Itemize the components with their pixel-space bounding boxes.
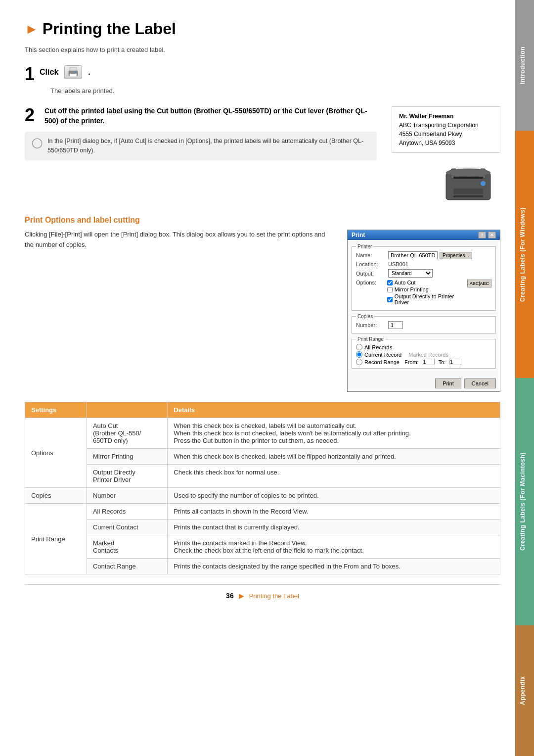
printer-name-input[interactable] bbox=[388, 251, 438, 259]
label-city: Anytown, USA 95093 bbox=[399, 139, 493, 147]
auto-cut-label: Auto Cut bbox=[395, 280, 416, 285]
svg-rect-2 bbox=[70, 74, 77, 77]
page-footer: 36 ▶ Printing the Label bbox=[25, 584, 500, 605]
label-preview: Mr. Walter Freeman ABC Transporting Corp… bbox=[392, 106, 500, 153]
col-settings-sub-header bbox=[87, 402, 167, 418]
current-contact-setting: Current Contact bbox=[87, 520, 167, 535]
record-range-row: Record Range From: To: bbox=[356, 359, 491, 365]
dialog-title: Print bbox=[352, 232, 365, 238]
to-input[interactable] bbox=[449, 359, 461, 365]
print-options-row: Clicking [File]-[Print] will open the [P… bbox=[25, 230, 500, 392]
dialog-footer: Print Cancel bbox=[348, 376, 500, 391]
sidebar-tab-appendix-label: Appendix bbox=[519, 676, 526, 706]
step-2-number: 2 bbox=[25, 106, 35, 124]
page-title-section: ► Printing the Label bbox=[25, 20, 500, 38]
output-direct-checkbox[interactable] bbox=[387, 297, 393, 302]
options-row: Options: Auto Cut Mirror Printing bbox=[356, 280, 491, 306]
copies-number-label: Number: bbox=[356, 322, 388, 328]
all-records-radio[interactable] bbox=[356, 344, 362, 350]
marked-contacts-detail: Prints the contacts marked in the Record… bbox=[168, 535, 500, 559]
sidebar-tab-creating-mac[interactable]: Creating Labels (For Macintosh) bbox=[515, 378, 534, 625]
number-detail: Used to specify the number of copies to … bbox=[168, 488, 500, 504]
svg-point-12 bbox=[446, 169, 490, 177]
location-value: USB001 bbox=[388, 261, 408, 267]
table-row: Copies Number Used to specify the number… bbox=[25, 488, 500, 504]
svg-rect-1 bbox=[70, 67, 77, 71]
mirror-detail: When this check box is checked, labels w… bbox=[168, 449, 500, 465]
note-icon: ◯ bbox=[32, 137, 43, 148]
table-row: Output DirectlyPrinter Driver Check this… bbox=[25, 465, 500, 488]
sidebar-tab-creating-windows-label: Creating Labels (For Windows) bbox=[519, 207, 526, 301]
output-direct-row: Output Directly to Printer Driver bbox=[387, 293, 467, 305]
current-record-radio[interactable] bbox=[356, 351, 362, 358]
sidebar-tab-creating-windows[interactable]: Creating Labels (For Windows) bbox=[515, 131, 534, 378]
svg-rect-11 bbox=[453, 195, 483, 197]
sidebar-tab-appendix[interactable]: Appendix bbox=[515, 625, 534, 756]
section-arrow-icon: ► bbox=[25, 21, 39, 37]
current-record-label: Current Record bbox=[364, 352, 401, 358]
dialog-body: Printer Name: Properties... Location: US… bbox=[348, 240, 500, 376]
print-options-description: Clicking [File]-[Print] will open the [P… bbox=[25, 230, 332, 392]
to-label: To: bbox=[439, 359, 446, 365]
step-1-result: The labels are printed. bbox=[50, 87, 500, 94]
all-records-detail: Prints all contacts in shown in the Reco… bbox=[168, 504, 500, 520]
copies-number-row: Number: bbox=[356, 321, 491, 329]
auto-cut-checkbox[interactable] bbox=[387, 280, 393, 285]
auto-cut-setting: Auto Cut(Brother QL-550/650TD only) bbox=[87, 418, 167, 449]
footer-arrow-icon: ▶ bbox=[239, 592, 244, 600]
print-dialog-mock: Print ? ✕ Printer Name: Properties... bbox=[347, 230, 500, 392]
table-row: Print Range All Records Prints all conta… bbox=[25, 504, 500, 520]
all-records-row: All Records bbox=[356, 344, 491, 350]
record-range-label: Record Range bbox=[364, 359, 400, 365]
number-setting: Number bbox=[87, 488, 167, 504]
mirror-checkbox[interactable] bbox=[387, 287, 393, 292]
contact-range-setting: Contact Range bbox=[87, 559, 167, 574]
from-input[interactable] bbox=[423, 359, 435, 365]
copies-category: Copies bbox=[25, 488, 87, 504]
all-records-label: All Records bbox=[364, 344, 392, 350]
current-contact-detail: Prints the contact that is currently dis… bbox=[168, 520, 500, 535]
sidebar-tab-creating-mac-label: Creating Labels (For Macintosh) bbox=[519, 453, 526, 551]
mirror-setting: Mirror Printing bbox=[87, 449, 167, 465]
dialog-close-btn[interactable]: ✕ bbox=[488, 232, 496, 238]
label-address: 4555 Cumberland Pkwy bbox=[399, 130, 493, 139]
options-category: Options bbox=[25, 418, 87, 488]
copies-section-legend: Copies bbox=[356, 314, 374, 319]
location-label: Location: bbox=[356, 261, 388, 267]
print-range-legend: Print Range bbox=[356, 336, 385, 342]
dialog-help-btn[interactable]: ? bbox=[478, 232, 486, 238]
right-sidebar: Introduction Creating Labels (For Window… bbox=[515, 0, 534, 756]
abc-button[interactable]: ABC|ABC bbox=[467, 280, 491, 287]
output-select[interactable]: Standard bbox=[388, 269, 433, 278]
print-button-icon[interactable] bbox=[64, 65, 82, 79]
sidebar-tab-introduction-label: Introduction bbox=[519, 47, 526, 84]
output-direct-label: Output Directly to Printer Driver bbox=[395, 293, 467, 305]
auto-cut-row: Auto Cut bbox=[387, 280, 467, 285]
sidebar-tab-introduction[interactable]: Introduction bbox=[515, 0, 534, 131]
page-subtitle: This section explains how to print a cre… bbox=[25, 46, 500, 53]
options-checkboxes: Auto Cut Mirror Printing Output Directly… bbox=[387, 280, 467, 306]
properties-button[interactable]: Properties... bbox=[440, 252, 472, 259]
marked-contacts-setting: MarkedContacts bbox=[87, 535, 167, 559]
table-row: Current Contact Prints the contact that … bbox=[25, 520, 500, 535]
svg-rect-10 bbox=[453, 189, 483, 194]
settings-table: Settings Details Options Auto Cut(Brothe… bbox=[25, 402, 500, 574]
printer-location-row: Location: USB001 bbox=[356, 261, 491, 267]
label-name: Mr. Walter Freeman bbox=[399, 112, 493, 121]
from-label: From: bbox=[404, 359, 419, 365]
print-range-category: Print Range bbox=[25, 504, 87, 574]
page-title: Printing the Label bbox=[43, 20, 176, 38]
dialog-close-buttons: ? ✕ bbox=[478, 232, 496, 238]
dialog-print-button[interactable]: Print bbox=[435, 378, 461, 388]
copies-number-input[interactable] bbox=[388, 321, 403, 329]
record-range-radio[interactable] bbox=[356, 359, 362, 365]
col-settings-header: Settings bbox=[25, 402, 87, 418]
output-directly-setting: Output DirectlyPrinter Driver bbox=[87, 465, 167, 488]
printer-name-row: Name: Properties... bbox=[356, 251, 491, 259]
dialog-cancel-button[interactable]: Cancel bbox=[464, 378, 496, 388]
svg-point-9 bbox=[481, 181, 486, 186]
label-company: ABC Transporting Corporation bbox=[399, 121, 493, 130]
output-label: Output: bbox=[356, 271, 388, 277]
printer-name-label: Name: bbox=[356, 252, 388, 258]
step-1-number: 1 bbox=[25, 65, 35, 83]
